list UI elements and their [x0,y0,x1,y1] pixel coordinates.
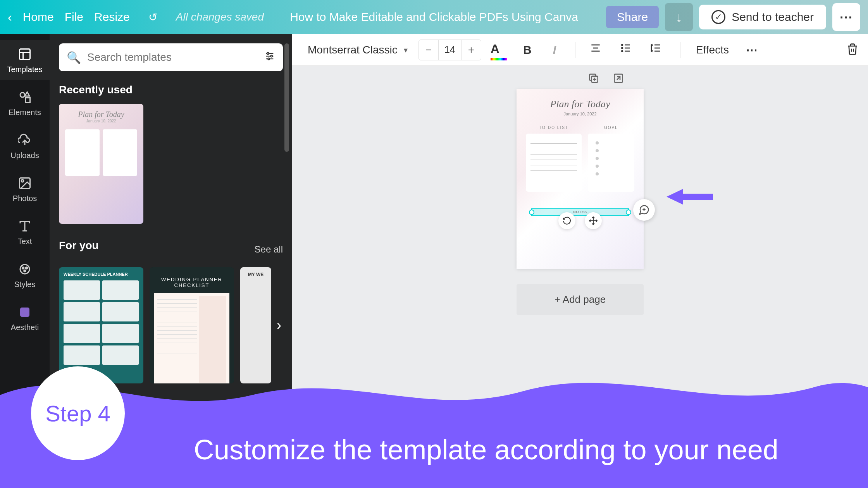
next-templates-icon[interactable]: › [271,318,287,333]
add-page-button[interactable]: + Add page [517,284,644,315]
check-icon: ✓ [711,10,725,24]
text-color-button[interactable]: A [491,42,507,58]
elements-icon [17,89,33,105]
svg-point-11 [20,265,29,274]
svg-point-29 [622,50,623,52]
page-title: Plan for Today [526,98,634,110]
svg-point-27 [622,47,623,48]
rail-elements[interactable]: Elements [0,83,50,123]
save-status: All changes saved [176,11,264,23]
chevron-down-icon: ▾ [404,45,408,55]
expand-page-icon[interactable] [612,72,628,88]
zoom-control[interactable]: 24% [800,465,852,485]
svg-point-12 [22,267,24,269]
send-to-teacher-button[interactable]: ✓ Send to teacher [699,5,826,29]
move-button[interactable] [585,212,602,229]
italic-button[interactable]: I [546,42,563,58]
duplicate-page-icon[interactable] [587,72,603,88]
template-card-myweek[interactable]: MY WE [240,267,271,383]
svg-point-13 [26,267,28,269]
search-bar[interactable]: 🔍 [59,43,283,71]
file-menu[interactable]: File [65,10,83,24]
design-page[interactable]: Plan for Today January 10, 2022 TO-DO LI… [517,89,644,269]
templates-panel: 🔍 Recently used Plan for Today January 1… [50,34,292,488]
bold-button[interactable]: B [519,42,536,58]
recent-template-thumbnail[interactable]: Plan for Today January 10, 2022 [59,104,143,224]
svg-rect-45 [838,473,843,478]
main-content: Templates Elements Uploads Photos Text [0,34,868,488]
download-icon: ↓ [676,10,682,25]
svg-marker-5 [25,92,29,96]
page-area[interactable]: Plan for Today January 10, 2022 TO-DO LI… [292,66,868,488]
back-icon[interactable]: ‹ [8,10,12,24]
selection-float-controls [558,212,602,229]
page-controls [587,72,628,88]
svg-rect-4 [26,98,30,103]
uploads-icon [17,132,33,148]
svg-point-14 [24,270,26,272]
recently-used-heading: Recently used [59,84,283,96]
search-icon: 🔍 [67,51,81,64]
decrease-size-button[interactable]: − [419,40,438,60]
font-size-value[interactable]: 14 [438,40,462,60]
share-button[interactable]: Share [606,6,659,28]
font-selector[interactable]: Montserrat Classic ▾ [301,41,414,59]
home-link[interactable]: Home [23,10,54,24]
undo-icon[interactable]: ↺ [148,11,157,24]
for-you-header: For you See all [59,239,283,259]
resize-handle-left[interactable] [529,210,534,215]
rail-aesthetic[interactable]: Aestheti [0,298,50,338]
panel-scrollbar[interactable] [284,43,289,152]
align-button[interactable] [589,42,606,58]
download-button[interactable]: ↓ [665,3,693,31]
photos-icon [17,175,33,191]
svg-point-8 [21,180,24,182]
send-label: Send to teacher [732,10,814,24]
resize-handle-right[interactable] [626,210,631,215]
template-card-wedding[interactable]: WEDDING PLANNER CHECKLIST [150,267,234,383]
svg-point-25 [622,44,623,45]
svg-point-21 [268,58,270,60]
effects-button[interactable]: Effects [690,44,735,56]
aesthetic-icon [17,304,33,320]
svg-rect-0 [20,49,30,60]
document-title[interactable]: How to Make Editable and Clickable PDFs … [290,10,578,24]
text-toolbar: Montserrat Classic ▾ − 14 + A B I [292,34,868,66]
for-you-heading: For you [59,239,99,252]
see-all-link[interactable]: See all [255,244,283,255]
svg-rect-15 [20,308,29,317]
more-toolbar-button[interactable]: ⋯ [746,43,759,57]
text-color-icon: A [491,42,499,56]
list-button[interactable] [620,42,636,58]
left-rail: Templates Elements Uploads Photos Text [0,34,50,488]
top-header: ‹ Home File Resize ↺ All changes saved H… [0,0,868,34]
delete-button[interactable] [846,43,859,57]
rail-uploads[interactable]: Uploads [0,126,50,166]
page-date: January 10, 2022 [526,112,634,116]
spacing-button[interactable] [650,42,666,58]
canvas-area: Montserrat Classic ▾ − 14 + A B I [292,34,868,488]
template-row: WEEKLY SCHEDULE PLANNER WEDDING PLANNER … [59,267,283,383]
regenerate-button[interactable] [633,199,655,221]
svg-point-17 [267,52,269,54]
styles-icon [17,261,33,277]
rail-photos[interactable]: Photos [0,169,50,209]
rotate-button[interactable] [558,212,575,229]
text-icon [17,218,33,234]
search-input[interactable] [87,51,258,64]
annotation-arrow [666,189,713,204]
templates-icon [17,46,33,62]
fullscreen-icon[interactable] [834,470,845,481]
font-size-group: − 14 + [418,40,481,60]
rail-templates[interactable]: Templates [0,40,50,80]
resize-menu[interactable]: Resize [94,10,130,24]
template-card-weekly[interactable]: WEEKLY SCHEDULE PLANNER [59,267,143,383]
rail-text[interactable]: Text [0,212,50,252]
header-right: Share ↓ ✓ Send to teacher ⋯ [606,3,860,31]
more-menu-button[interactable]: ⋯ [832,3,860,31]
filter-icon[interactable] [264,51,275,64]
svg-point-19 [270,55,272,57]
header-left: ‹ Home File Resize ↺ All changes saved [8,10,264,24]
rail-styles[interactable]: Styles [0,255,50,295]
increase-size-button[interactable]: + [462,40,481,60]
